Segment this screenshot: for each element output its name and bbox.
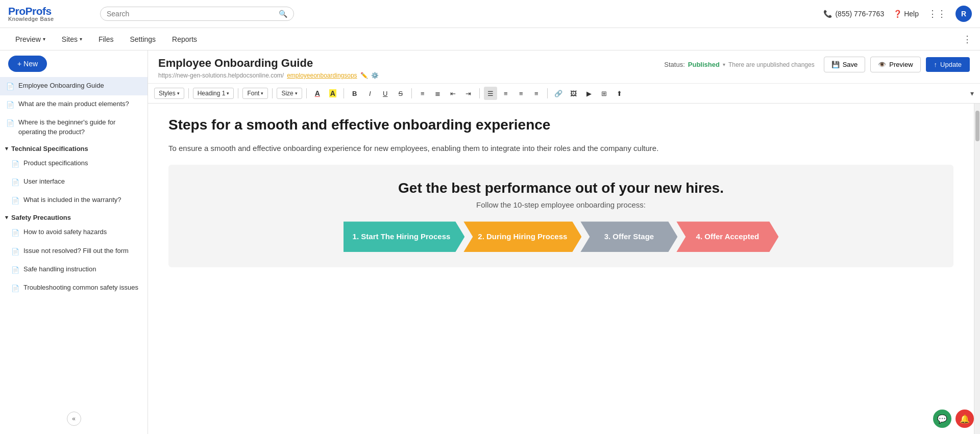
step-4: 4. Offer Accepted — [676, 221, 778, 252]
settings-url-icon[interactable]: ⚙️ — [371, 72, 379, 79]
sidebar-item-warranty[interactable]: 📄 What is included in the warranty? — [5, 191, 148, 210]
sidebar-item-product-specs[interactable]: 📄 Product specifications — [5, 155, 148, 173]
nav-item-files[interactable]: Files — [91, 31, 121, 47]
sidebar-item-safe-handling[interactable]: 📄 Safe handling instruction — [5, 261, 148, 279]
scroll-track[interactable] — [974, 104, 980, 434]
unordered-list-button[interactable]: ≣ — [431, 87, 445, 100]
status-area: Status: Published ▾ There are unpublishe… — [664, 61, 814, 68]
sidebar-item-main-elements[interactable]: 📄 What are the main product elements? — [0, 95, 148, 114]
doc-icon-7: 📄 — [11, 228, 19, 238]
sidebar-group-label-technical: Technical Specifications — [11, 145, 88, 152]
align-justify-button[interactable]: ≡ — [530, 87, 543, 100]
content-area: Employee Onboarding Guide https://new-ge… — [148, 50, 980, 434]
styles-label: Styles — [159, 90, 176, 97]
editor-scroll-wrapper: Steps for a smooth and effective onboard… — [148, 104, 980, 434]
preview-label: Preview — [889, 61, 913, 68]
sidebar-collapse-button[interactable]: « — [67, 412, 81, 426]
toolbar-expand-button[interactable]: ▾ — [970, 89, 974, 97]
italic-button[interactable]: I — [363, 87, 377, 100]
nav-more-icon[interactable]: ⋮ — [963, 34, 972, 45]
top-bar: ProProfs Knowledge Base 🔍 📞 (855) 776-77… — [0, 0, 980, 28]
technical-sub-items: 📄 Product specifications 📄 User interfac… — [0, 155, 148, 210]
nav-files-label: Files — [99, 35, 114, 43]
update-button[interactable]: ↑ Update — [926, 57, 970, 72]
font-dropdown[interactable]: Font ▾ — [242, 88, 268, 99]
logo-area: ProProfs Knowledge Base — [8, 6, 90, 22]
doc-icon-3: 📄 — [6, 119, 14, 128]
infographic-title: Get the best performance out of your new… — [179, 180, 943, 196]
grid-dots-icon[interactable]: ⋮⋮ — [928, 8, 946, 19]
underline-button[interactable]: U — [379, 87, 392, 100]
sidebar-group-technical[interactable]: ▾ Technical Specifications — [0, 141, 148, 155]
doc-icon-10: 📄 — [11, 284, 19, 293]
chat-icon[interactable]: 💬 — [933, 410, 951, 428]
sidebar: + New 📄 Employee Onboarding Guide 📄 What… — [0, 50, 148, 434]
url-slug[interactable]: employeeonboardingsops — [287, 72, 357, 79]
sidebar-item-label-7: How to avoid safety hazards — [23, 227, 107, 237]
help-area[interactable]: ❓ Help — [893, 10, 919, 18]
update-label: Update — [940, 61, 962, 68]
sidebar-item-label-4: Product specifications — [23, 159, 88, 168]
sidebar-item-employee-onboarding[interactable]: 📄 Employee Onboarding Guide — [0, 77, 148, 95]
indent-button[interactable]: ⇥ — [462, 87, 475, 100]
align-right-button[interactable]: ≡ — [514, 87, 528, 100]
link-button[interactable]: 🔗 — [552, 87, 565, 100]
nav-item-reports[interactable]: Reports — [165, 31, 204, 47]
ordered-list-button[interactable]: ≡ — [416, 87, 429, 100]
sidebar-item-user-interface[interactable]: 📄 User interface — [5, 173, 148, 191]
avatar[interactable]: R — [955, 6, 972, 22]
doc-icon: 📄 — [6, 82, 14, 91]
table-button[interactable]: ⊞ — [598, 87, 611, 100]
help-icon: ❓ — [893, 10, 902, 18]
media-button[interactable]: ▶ — [582, 87, 596, 100]
steps-row: 1. Start The Hiring Process 2. During Hi… — [179, 221, 943, 252]
heading-label: Heading 1 — [198, 90, 226, 97]
step-1: 1. Start The Hiring Process — [344, 221, 465, 252]
chevron-down-safety: ▾ — [5, 214, 8, 221]
save-label: Save — [843, 61, 858, 68]
status-dropdown-icon[interactable]: ▾ — [723, 62, 725, 67]
notification-icon[interactable]: 🔔 — [955, 410, 974, 428]
heading-dropdown[interactable]: Heading 1 ▾ — [193, 88, 234, 99]
save-icon: 💾 — [831, 61, 840, 68]
strikethrough-button[interactable]: S — [394, 87, 407, 100]
nav-sites-label: Sites — [62, 35, 78, 43]
preview-button[interactable]: 👁️ Preview — [870, 57, 920, 72]
sidebar-item-troubleshooting[interactable]: 📄 Troubleshooting common safety issues — [5, 279, 148, 297]
image-button[interactable]: 🖼 — [567, 87, 580, 100]
doc-icon-2: 📄 — [6, 100, 14, 110]
sidebar-group-label-safety: Safety Precautions — [11, 214, 71, 221]
font-color-button[interactable]: A — [311, 87, 324, 100]
highlight-button[interactable]: A — [326, 87, 339, 100]
nav-item-preview[interactable]: Preview ▾ — [8, 31, 53, 47]
upload-button[interactable]: ⬆ — [613, 87, 626, 100]
size-dropdown[interactable]: Size ▾ — [277, 88, 302, 99]
nav-item-settings[interactable]: Settings — [122, 31, 163, 47]
doc-icon-4: 📄 — [11, 160, 19, 169]
align-left-button[interactable]: ☰ — [484, 87, 497, 100]
sidebar-group-safety[interactable]: ▾ Safety Precautions — [0, 210, 148, 223]
outdent-button[interactable]: ⇤ — [447, 87, 460, 100]
step-2: 2. During Hiring Process — [463, 221, 581, 252]
nav-item-sites[interactable]: Sites ▾ — [55, 31, 89, 47]
sidebar-item-beginners-guide[interactable]: 📄 Where is the beginner's guide for oper… — [0, 114, 148, 140]
nav-bar: Preview ▾ Sites ▾ Files Settings Reports… — [0, 28, 980, 50]
align-center-button[interactable]: ≡ — [499, 87, 512, 100]
edit-url-icon[interactable]: ✏️ — [360, 72, 368, 79]
new-button[interactable]: + New — [8, 56, 47, 72]
bold-button[interactable]: B — [348, 87, 361, 100]
content-intro: To ensure a smooth and effective onboard… — [168, 142, 953, 155]
editor-content[interactable]: Steps for a smooth and effective onboard… — [148, 104, 974, 434]
phone-icon: 📞 — [823, 10, 832, 18]
styles-dropdown[interactable]: Styles ▾ — [154, 88, 184, 99]
search-input[interactable] — [107, 10, 275, 18]
search-bar[interactable]: 🔍 — [100, 7, 294, 21]
sidebar-item-fill-form[interactable]: 📄 Issue not resolved? Fill out the form — [5, 242, 148, 261]
save-button[interactable]: 💾 Save — [824, 57, 866, 72]
kb-text: Knowledge Base — [8, 16, 54, 22]
phone-area[interactable]: 📞 (855) 776-7763 — [823, 10, 884, 18]
scroll-thumb[interactable] — [975, 111, 979, 141]
preview-icon: 👁️ — [878, 61, 886, 68]
sidebar-item-avoid-hazards[interactable]: 📄 How to avoid safety hazards — [5, 223, 148, 242]
bottom-right-icons: 💬 🔔 — [933, 410, 974, 428]
